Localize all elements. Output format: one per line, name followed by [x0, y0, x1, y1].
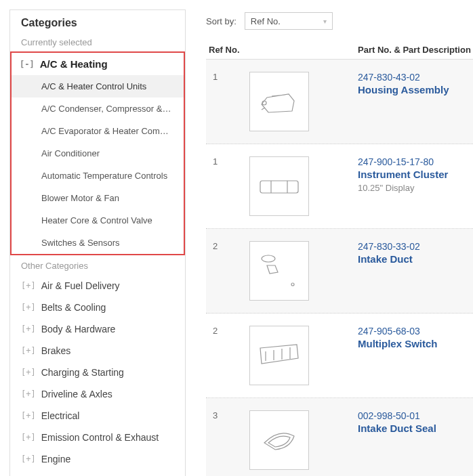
expand-icon: [+] — [21, 433, 36, 442]
expand-icon: [+] — [21, 281, 36, 290]
part-image[interactable] — [249, 410, 309, 470]
cat-air-fuel[interactable]: [+]Air & Fuel Delivery — [10, 275, 185, 297]
subcat-ac-condenser[interactable]: A/C Condenser, Compressor & Lines — [12, 98, 184, 120]
part-no-link[interactable]: 002-998-50-01 — [358, 410, 473, 421]
expand-icon: [+] — [21, 303, 36, 312]
expand-icon: [+] — [21, 324, 36, 334]
cat-brakes[interactable]: [+]Brakes — [10, 340, 185, 362]
cat-label: Brakes — [41, 345, 71, 356]
cat-label: Body & Hardware — [41, 324, 116, 334]
part-note: 10.25" Display — [358, 183, 473, 193]
svg-point-4 — [262, 255, 275, 262]
part-name-link[interactable]: Intake Duct Seal — [358, 423, 473, 434]
ref-no: 3 — [206, 410, 249, 470]
part-name-link[interactable]: Intake Duct — [358, 253, 473, 265]
sort-row: Sort by: Ref No. ▾ — [206, 12, 473, 30]
table-header: Ref No. Part No. & Part Description — [206, 41, 473, 60]
subcat-auto-temp-controls[interactable]: Automatic Temperature Controls — [12, 165, 184, 187]
subcat-blower-motor[interactable]: Blower Motor & Fan — [12, 187, 184, 209]
expand-icon: [+] — [21, 411, 36, 420]
categories-sidebar: Categories Currently selected [-] A/C & … — [9, 9, 186, 476]
cat-label: Electrical — [41, 410, 80, 421]
selected-category-box: [-] A/C & Heating A/C & Heater Control U… — [10, 51, 185, 255]
part-row: 1 247-900-15-17-80 Instrument Cluster 10… — [206, 144, 473, 229]
subcat-switches-sensors[interactable]: Switches & Sensors — [12, 232, 184, 254]
expand-icon: [+] — [21, 368, 36, 377]
svg-rect-1 — [260, 181, 298, 193]
subcat-air-conditioner[interactable]: Air Conditioner — [12, 142, 184, 165]
cat-electrical[interactable]: [+]Electrical — [10, 405, 185, 427]
ref-no: 2 — [206, 241, 249, 301]
cat-charging-starting[interactable]: [+]Charging & Starting — [10, 362, 185, 383]
header-ref: Ref No. — [206, 45, 249, 55]
cat-belts-cooling[interactable]: [+]Belts & Cooling — [10, 297, 185, 318]
category-label: A/C & Heating — [40, 58, 108, 70]
cat-emission-control[interactable]: [+]Emission Control & Exhaust — [10, 427, 185, 448]
part-row: 2 247-905-68-03 Multiplex Switch — [206, 313, 473, 398]
chevron-down-icon: ▾ — [323, 18, 327, 25]
expand-icon: [+] — [21, 346, 36, 355]
category-ac-heating[interactable]: [-] A/C & Heating — [12, 53, 184, 75]
cat-label: Emission Control & Exhaust — [41, 432, 159, 443]
part-image[interactable] — [249, 326, 309, 385]
ref-no: 1 — [206, 156, 249, 216]
expand-icon: [+] — [21, 389, 36, 399]
part-no-link[interactable]: 247-830-33-02 — [358, 241, 473, 252]
part-no-link[interactable]: 247-900-15-17-80 — [358, 156, 473, 167]
parts-list: Sort by: Ref No. ▾ Ref No. Part No. & Pa… — [206, 9, 473, 476]
svg-point-5 — [291, 283, 294, 286]
other-categories-label: Other Categories — [10, 258, 185, 275]
collapse-icon: [-] — [20, 60, 35, 69]
cat-label: Engine — [41, 454, 71, 464]
part-row: 3 002-998-50-01 Intake Duct Seal — [206, 398, 473, 476]
subcat-ac-evaporator[interactable]: A/C Evaporator & Heater Compon… — [12, 120, 184, 142]
header-desc: Part No. & Part Description — [358, 45, 473, 55]
cat-label: Driveline & Axles — [41, 389, 112, 399]
part-no-link[interactable]: 247-830-43-02 — [358, 72, 473, 83]
part-image[interactable] — [249, 156, 309, 216]
part-row: 2 247-830-33-02 Intake Duct — [206, 229, 473, 313]
subcat-ac-heater-control-units[interactable]: A/C & Heater Control Units — [12, 75, 184, 98]
sort-label: Sort by: — [206, 16, 236, 26]
part-no-link[interactable]: 247-905-68-03 — [358, 326, 473, 337]
cat-body-hardware[interactable]: [+]Body & Hardware — [10, 318, 185, 340]
cat-label: Air & Fuel Delivery — [41, 280, 120, 291]
sort-select[interactable]: Ref No. ▾ — [245, 12, 333, 30]
ref-no: 1 — [206, 72, 249, 131]
expand-icon: [+] — [21, 454, 36, 464]
part-image[interactable] — [249, 241, 309, 301]
cat-engine[interactable]: [+]Engine — [10, 448, 185, 470]
subcat-heater-core[interactable]: Heater Core & Control Valve — [12, 209, 184, 232]
cat-driveline-axles[interactable]: [+]Driveline & Axles — [10, 383, 185, 405]
part-name-link[interactable]: Multiplex Switch — [358, 338, 473, 349]
sort-value: Ref No. — [251, 16, 281, 26]
part-row: 1 247-830-43-02 Housing Assembly — [206, 60, 473, 144]
part-name-link[interactable]: Housing Assembly — [358, 84, 473, 95]
ref-no: 2 — [206, 326, 249, 385]
cat-label: Belts & Cooling — [41, 302, 106, 313]
cat-label: Charging & Starting — [41, 367, 124, 378]
part-image[interactable] — [249, 72, 309, 131]
part-name-link[interactable]: Instrument Cluster — [358, 169, 473, 180]
sidebar-title: Categories — [10, 17, 185, 35]
currently-selected-label: Currently selected — [10, 35, 185, 51]
